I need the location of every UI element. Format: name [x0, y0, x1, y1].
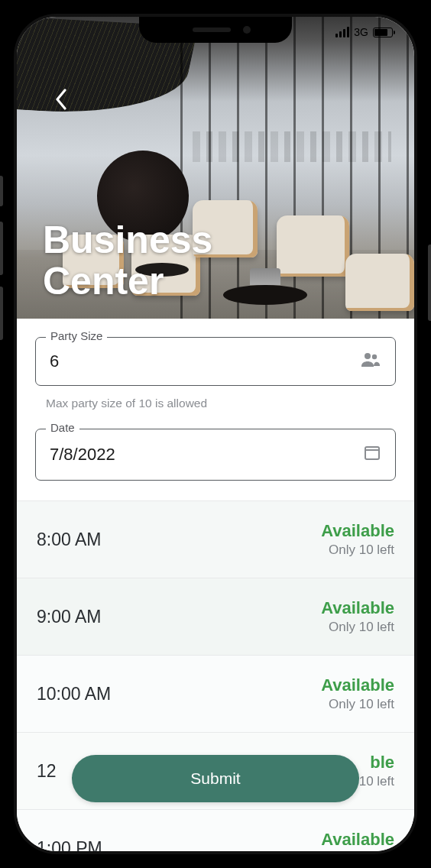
network-label: 3G — [354, 26, 368, 38]
svg-rect-2 — [365, 447, 379, 459]
party-size-value: 6 — [50, 351, 59, 371]
time-slot[interactable]: 1:00 PMAvailableOnly 10 left — [17, 809, 414, 851]
battery-icon — [373, 28, 393, 37]
submit-button[interactable]: Submit — [72, 755, 359, 802]
time-slot[interactable]: 8:00 AMAvailableOnly 10 left — [17, 500, 414, 578]
device-notch — [139, 17, 292, 43]
back-button[interactable] — [46, 84, 76, 115]
slot-status: Available — [321, 521, 394, 541]
party-size-hint: Max party size of 10 is allowed — [46, 397, 396, 410]
calendar-icon — [363, 443, 381, 466]
date-input[interactable]: 7/8/2022 — [35, 429, 396, 481]
slot-status: Available — [321, 675, 394, 695]
time-slot[interactable]: 9:00 AMAvailableOnly 10 left — [17, 578, 414, 655]
date-value: 7/8/2022 — [50, 445, 115, 465]
hero-image: Business Center — [17, 17, 414, 319]
slot-remaining: Only 10 left — [321, 697, 394, 712]
slot-time: 10:00 AM — [37, 684, 111, 704]
slot-time: 12 — [37, 761, 57, 782]
slot-time: 1:00 PM — [37, 838, 102, 852]
title-line1: Business — [43, 219, 212, 261]
date-label: Date — [46, 421, 79, 434]
party-size-label: Party Size — [46, 329, 107, 342]
slot-remaining: Only 10 left — [321, 620, 394, 635]
chevron-left-icon — [54, 89, 68, 110]
party-size-input[interactable]: 6 — [35, 337, 396, 386]
submit-label: Submit — [190, 769, 240, 788]
people-icon — [360, 351, 381, 371]
slot-time: 8:00 AM — [37, 530, 101, 550]
slot-remaining: Only 10 left — [321, 542, 394, 558]
svg-point-0 — [365, 353, 371, 359]
signal-icon — [335, 27, 349, 37]
title-line2: Center — [43, 260, 164, 303]
svg-point-1 — [372, 355, 377, 359]
status-bar: 3G — [335, 26, 393, 38]
slot-status: Available — [321, 830, 394, 850]
slot-time: 9:00 AM — [37, 607, 101, 627]
page-title: Business Center — [43, 219, 212, 302]
slot-status: Available — [321, 598, 394, 618]
time-slot[interactable]: 10:00 AMAvailableOnly 10 left — [17, 655, 414, 732]
